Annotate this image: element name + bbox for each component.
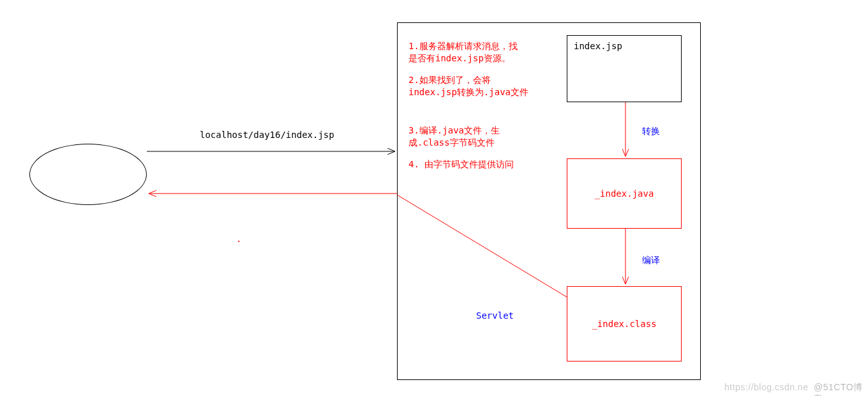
step-2: 2.如果找到了，会将 index.jsp转换为.java文件 — [408, 74, 528, 98]
watermark-csdn: https://blog.csdn.ne — [724, 382, 808, 392]
arrow-label-convert: 转换 — [642, 126, 660, 137]
box-java: _index.java — [567, 158, 682, 229]
arrow-label-compile: 编译 — [642, 255, 660, 266]
box-java-label: _index.java — [595, 188, 654, 199]
step-3: 3.编译.java文件，生 成.class字节码文件 — [408, 125, 500, 149]
step-1: 1.服务器解析请求消息，找 是否有index.jsp资源。 — [408, 40, 518, 65]
box-jsp-label: index.jsp — [574, 41, 622, 51]
box-jsp: index.jsp — [567, 35, 682, 102]
box-class-label: _index.class — [592, 319, 656, 329]
box-class: _index.class — [567, 286, 682, 362]
step-4: 4. 由字节码文件提供访问 — [408, 159, 514, 171]
stray-dot: . — [236, 234, 241, 244]
request-url-label: localhost/day16/index.jsp — [200, 130, 334, 140]
client-ellipse — [29, 144, 147, 205]
jsp-process-diagram: localhost/day16/index.jsp 1.服务器解析请求消息，找 … — [0, 0, 868, 396]
watermark-51cto: @51CTO博客 — [814, 382, 868, 396]
servlet-label: Servlet — [476, 310, 514, 321]
